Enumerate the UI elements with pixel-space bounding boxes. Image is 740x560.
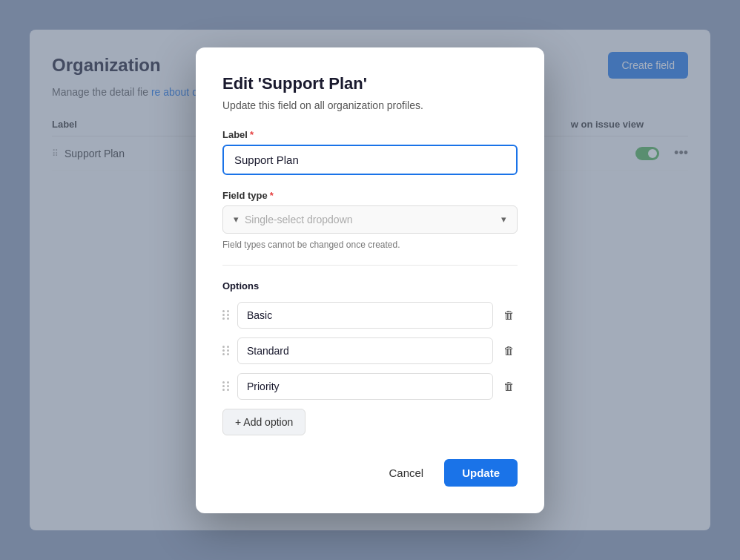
field-type-dropdown-left: ▾ Single-select dropdown (234, 214, 353, 225)
cancel-button[interactable]: Cancel (377, 461, 435, 485)
option-row-basic: 🗑 (222, 302, 518, 329)
drag-dots (222, 381, 230, 391)
modal-title: Edit 'Support Plan' (222, 74, 518, 93)
drag-dots (222, 310, 230, 320)
label-field-label: Label * (222, 129, 518, 140)
trash-icon: 🗑 (503, 344, 515, 357)
field-type-section: Field type * ▾ Single-select dropdown ▾ … (222, 190, 518, 250)
trash-icon: 🗑 (503, 309, 515, 321)
modal-overlay: Edit 'Support Plan' Update this field on… (0, 0, 740, 560)
field-type-note: Field types cannot be changed once creat… (222, 240, 518, 250)
option-row-priority: 🗑 (222, 373, 518, 400)
option-drag-handle-basic[interactable] (222, 310, 230, 320)
field-type-label: Field type * (222, 190, 518, 201)
label-required-star: * (250, 129, 254, 140)
drag-dots (222, 346, 230, 355)
option-drag-handle-standard[interactable] (222, 346, 230, 355)
divider (222, 265, 518, 266)
options-label: Options (222, 280, 518, 291)
add-option-button[interactable]: + Add option (222, 409, 305, 435)
delete-option-standard-button[interactable]: 🗑 (501, 341, 518, 360)
trash-icon: 🗑 (503, 380, 515, 392)
update-button[interactable]: Update (444, 459, 518, 487)
label-input[interactable] (222, 145, 518, 175)
modal-subtitle: Update this field on all organization pr… (222, 99, 518, 111)
delete-option-priority-button[interactable]: 🗑 (501, 377, 518, 395)
dropdown-chevron-icon: ▾ (501, 214, 506, 225)
option-drag-handle-priority[interactable] (222, 381, 230, 391)
field-type-required-star: * (270, 190, 274, 201)
delete-option-basic-button[interactable]: 🗑 (501, 306, 518, 324)
chevron-down-icon: ▾ (234, 214, 239, 225)
modal-footer: Cancel Update (222, 459, 518, 487)
edit-modal: Edit 'Support Plan' Update this field on… (196, 47, 544, 513)
option-input-basic[interactable] (237, 302, 493, 329)
field-type-dropdown: ▾ Single-select dropdown ▾ (222, 205, 518, 234)
option-input-standard[interactable] (237, 337, 493, 364)
option-row-standard: 🗑 (222, 337, 518, 364)
option-input-priority[interactable] (237, 373, 493, 400)
